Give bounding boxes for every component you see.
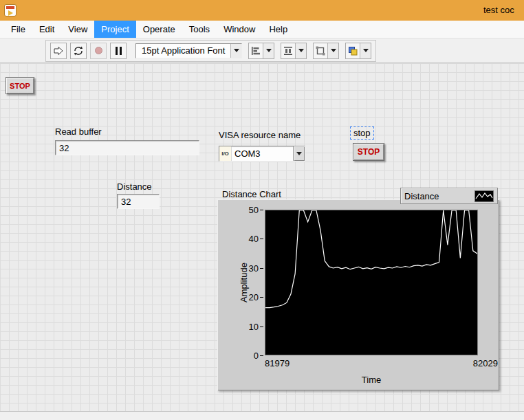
front-panel: STOP Read buffer 32 VISA resource name I…	[0, 63, 524, 411]
abort-button[interactable]	[90, 43, 107, 59]
tick-mark	[260, 297, 263, 298]
resize-objects-dropdown[interactable]	[313, 43, 339, 59]
read-buffer-field[interactable]: 32	[55, 140, 199, 155]
toolbar-button-group: 15pt Application Font	[45, 40, 376, 62]
abort-dot-icon	[95, 47, 102, 54]
tick-mark	[260, 210, 263, 210]
reorder-objects-icon	[346, 46, 360, 56]
y-tick-10: 10	[249, 322, 259, 332]
resize-objects-icon	[314, 46, 327, 56]
distance-field[interactable]: 32	[117, 194, 160, 209]
tick-mark	[260, 327, 263, 327]
menu-item-edit[interactable]: Edit	[32, 21, 61, 38]
x-tick-max: 82029	[473, 358, 498, 368]
stop-button[interactable]: STOP	[353, 143, 384, 161]
legend-plot-name: Distance	[404, 191, 474, 201]
align-objects-caret	[263, 43, 274, 58]
menu-item-view[interactable]: View	[61, 21, 94, 38]
font-selector-value: 15pt Application Font	[136, 45, 230, 56]
run-button[interactable]	[50, 43, 67, 59]
tick-mark	[260, 268, 263, 269]
menu-item-file[interactable]: File	[4, 21, 32, 38]
distribute-objects-icon	[281, 46, 295, 56]
resize-objects-caret	[327, 43, 338, 58]
labview-app-icon	[4, 4, 17, 16]
y-tick-20: 20	[249, 292, 259, 302]
x-tick-min: 81979	[265, 358, 290, 368]
chart-legend[interactable]: Distance	[400, 188, 498, 204]
distribute-objects-dropdown[interactable]	[281, 43, 307, 59]
waveform-chart[interactable]: Amplitude 50 40 30 20 10 0 81979 82029 T…	[217, 199, 499, 390]
font-selector[interactable]: 15pt Application Font	[135, 43, 242, 58]
reorder-objects-caret	[360, 43, 371, 58]
distance-label: Distance	[117, 181, 152, 192]
window-title: test coc	[483, 5, 524, 15]
app-icon-bar	[6, 6, 14, 9]
align-objects-dropdown[interactable]	[248, 43, 274, 59]
read-buffer-label: Read buffer	[55, 126, 102, 137]
menu-item-tools[interactable]: Tools	[182, 21, 217, 38]
y-tick-30: 30	[249, 263, 259, 274]
stop-control-label[interactable]: stop	[350, 126, 374, 140]
menu-item-operate[interactable]: Operate	[136, 21, 182, 38]
menu-item-help[interactable]: Help	[262, 21, 294, 38]
loop-arrows-icon	[73, 45, 84, 56]
visa-resource-value: COM3	[232, 146, 293, 161]
distribute-objects-caret	[295, 43, 306, 58]
menu-item-project[interactable]: Project	[94, 21, 135, 38]
stop-button-top[interactable]: STOP	[6, 77, 34, 94]
run-arrow-icon	[53, 45, 64, 56]
toolbar: 15pt Application Font	[0, 38, 524, 63]
menubar: File Edit View Project Operate Tools Win…	[0, 21, 524, 38]
visa-resource-control[interactable]: I/O COM3	[219, 146, 305, 162]
io-icon: I/O	[219, 146, 232, 161]
menu-item-window[interactable]: Window	[217, 21, 262, 38]
chart-plot-area[interactable]	[265, 210, 478, 355]
app-icon-arrow	[8, 10, 13, 16]
y-tick-0: 0	[254, 351, 259, 361]
align-objects-icon	[249, 46, 263, 56]
chart-title: Distance Chart	[222, 189, 281, 199]
tick-mark	[260, 355, 263, 356]
x-axis-label: Time	[265, 375, 478, 385]
labview-front-panel-window: test coc File Edit View Project Operate …	[0, 0, 524, 420]
legend-line-style-icon[interactable]	[474, 190, 494, 202]
y-tick-50: 50	[249, 205, 259, 215]
chart-line-svg	[265, 210, 477, 355]
visa-resource-label: VISA resource name	[219, 130, 301, 140]
reorder-objects-dropdown[interactable]	[345, 43, 371, 59]
horizontal-scrollbar[interactable]	[0, 411, 524, 420]
y-tick-40: 40	[249, 234, 259, 244]
pause-button[interactable]	[110, 43, 127, 59]
font-selector-dropdown[interactable]	[230, 44, 241, 58]
pause-icon	[116, 47, 122, 55]
visa-dropdown-button[interactable]	[293, 146, 305, 161]
titlebar[interactable]: test coc	[0, 0, 524, 21]
tick-mark	[260, 239, 263, 239]
run-continuously-button[interactable]	[70, 43, 87, 59]
chevron-down-icon	[234, 49, 239, 52]
chevron-down-icon	[296, 152, 302, 155]
